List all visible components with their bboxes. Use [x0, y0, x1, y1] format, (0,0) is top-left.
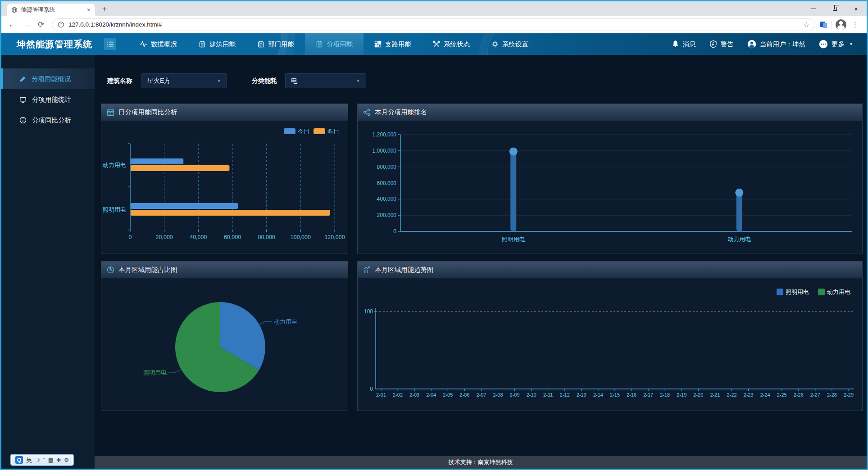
bookmark-star-icon[interactable]: ☆	[804, 21, 809, 29]
svg-text:120,000: 120,000	[324, 234, 345, 240]
building-select[interactable]: 星火E方 ▼	[141, 73, 227, 88]
bell-icon	[672, 40, 679, 48]
sidebar-item-subitem-statistics[interactable]: 分项用能统计	[1, 89, 95, 110]
sidebar-item-subitem-overview[interactable]: 分项用能概况	[1, 68, 95, 89]
svg-text:2-24: 2-24	[760, 392, 770, 398]
sidebar-item-subitem-yoy-analysis[interactable]: 分项同比分析	[1, 110, 95, 131]
wrench-icon[interactable]: ⚙	[64, 457, 69, 463]
url-text[interactable]: 127.0.0.1:8020/krznnh/index.html#	[68, 21, 800, 28]
footer-bar: 技术支持：南京坤然科技	[95, 456, 867, 469]
svg-text:照明用电: 照明用电	[502, 236, 525, 243]
window-close-button[interactable]: ×	[845, 1, 867, 16]
browser-profile-avatar[interactable]	[836, 19, 846, 30]
svg-text:1,200,000: 1,200,000	[373, 131, 397, 138]
svg-text:2-08: 2-08	[493, 392, 503, 398]
messages-button[interactable]: 消息	[672, 40, 696, 49]
svg-text:2-21: 2-21	[710, 392, 720, 398]
browser-tab[interactable]: 能源管理系统 ×	[7, 4, 95, 16]
alerts-button[interactable]: 警告	[709, 40, 734, 49]
app-brand: 坤然能源管理系统	[1, 33, 104, 55]
nav-item-branch-energy[interactable]: 支路用能	[364, 33, 422, 55]
ime-logo-icon[interactable]: Q	[15, 456, 23, 464]
panel-title: 本月区域用能占比图	[118, 266, 177, 274]
panel-month-ranking-header: 本月分项用能排名	[358, 104, 862, 121]
window-minimize-button[interactable]	[803, 1, 824, 16]
svg-text:2-02: 2-02	[393, 392, 403, 398]
punctuation-icon[interactable]: ”	[43, 457, 45, 463]
svg-text:照明用电: 照明用电	[786, 289, 809, 295]
address-bar[interactable]: 127.0.0.1:8020/krznnh/index.html# ☆	[52, 18, 815, 31]
browser-tab-strip: 能源管理系统 × + ×	[1, 1, 867, 16]
extension-icon[interactable]	[820, 21, 828, 28]
user-avatar-icon	[747, 40, 756, 49]
svg-text:照明用电: 照明用电	[143, 369, 167, 376]
svg-text:100: 100	[364, 308, 373, 315]
svg-text:2-10: 2-10	[527, 392, 536, 398]
ime-language-indicator[interactable]: 英	[26, 456, 32, 464]
current-user-button[interactable]: 当前用户：坤然	[747, 40, 806, 49]
energy-filter-label: 分类能耗	[252, 77, 277, 85]
svg-text:2-14: 2-14	[593, 392, 603, 398]
calendar-icon	[107, 108, 114, 116]
forward-button[interactable]: →	[20, 18, 33, 31]
tab-title: 能源管理系统	[21, 6, 83, 14]
browser-toolbar: ← → ⟳ 127.0.0.1:8020/krznnh/index.html# …	[1, 16, 867, 33]
nav-item-building-energy[interactable]: 建筑用能	[188, 33, 246, 55]
svg-text:40,000: 40,000	[190, 234, 207, 240]
nav-item-subitem-energy[interactable]: 分项用能	[305, 33, 364, 55]
footer-text: 技术支持：南京坤然科技	[449, 459, 513, 465]
tab-close-icon[interactable]: ×	[87, 6, 91, 14]
svg-text:100,000: 100,000	[291, 234, 311, 240]
sidebar-toggle-button[interactable]	[104, 38, 116, 50]
svg-text:60,000: 60,000	[224, 234, 241, 240]
share-nodes-icon	[363, 108, 371, 116]
energy-select[interactable]: 电 ▼	[285, 73, 366, 88]
svg-text:2-17: 2-17	[643, 392, 653, 398]
nav-item-system-status[interactable]: 系统状态	[422, 33, 481, 55]
info-icon	[19, 117, 27, 124]
svg-text:400,000: 400,000	[377, 196, 397, 202]
svg-text:动力用电: 动力用电	[727, 236, 751, 243]
moon-icon[interactable]: ☽	[35, 457, 40, 463]
area-trend-line-chart: 照明用电动力用电10002-012-022-032-042-052-062-07…	[358, 279, 862, 411]
browser-menu-icon[interactable]: ⋮	[848, 21, 862, 29]
svg-text:昨日: 昨日	[327, 128, 339, 135]
svg-text:照明用电: 照明用电	[103, 206, 126, 213]
ime-toolbar: Q 英 ☽ ” ▦ ✚ ⚙	[10, 454, 74, 466]
svg-text:2-26: 2-26	[794, 392, 804, 398]
browser-window: 能源管理系统 × + × ← → ⟳ 127.0.0.1:8020/krznnh…	[0, 0, 868, 470]
svg-text:2-25: 2-25	[777, 392, 787, 398]
nav-item-data-overview[interactable]: 数据概况	[129, 33, 188, 55]
restore-icon	[833, 7, 837, 11]
keyboard-icon[interactable]: ▦	[48, 457, 53, 463]
site-info-icon	[58, 21, 64, 28]
svg-text:2-22: 2-22	[727, 392, 736, 398]
back-button[interactable]: ←	[6, 18, 18, 31]
reload-button[interactable]: ⟳	[35, 18, 47, 31]
svg-text:1,000,000: 1,000,000	[373, 148, 397, 154]
nav-item-department-energy[interactable]: 部门用能	[246, 33, 305, 55]
svg-text:2-07: 2-07	[476, 392, 486, 398]
svg-text:2-19: 2-19	[677, 392, 686, 398]
toolbar-divider	[832, 21, 832, 29]
svg-text:动力用电: 动力用电	[274, 318, 297, 325]
cross-icon[interactable]: ✚	[56, 457, 61, 463]
svg-text:动力用电: 动力用电	[103, 162, 126, 168]
daily-yoy-bar-chart: 今日昨日020,00040,00060,00080,000100,000120,…	[101, 121, 348, 253]
svg-text:2-11: 2-11	[543, 392, 553, 398]
window-controls: ×	[803, 1, 867, 16]
area-share-pie-chart: 动力用电照明用电	[101, 279, 348, 411]
nav-item-system-settings[interactable]: 系统设置	[481, 33, 539, 55]
svg-text:2-05: 2-05	[443, 392, 453, 398]
window-restore-button[interactable]	[824, 1, 845, 16]
panel-title: 本月区域用能趋势图	[375, 266, 434, 274]
svg-text:2-13: 2-13	[577, 392, 586, 398]
clipboard-icon	[316, 41, 323, 48]
panel-title: 日分项用能同比分析	[118, 108, 177, 117]
caret-down-icon: ▼	[849, 42, 853, 46]
more-button[interactable]: 更多 ▼	[819, 40, 853, 49]
gear-icon	[491, 41, 499, 48]
svg-text:2-29: 2-29	[844, 392, 854, 398]
svg-text:2-09: 2-09	[510, 392, 520, 398]
new-tab-button[interactable]: +	[99, 4, 110, 15]
